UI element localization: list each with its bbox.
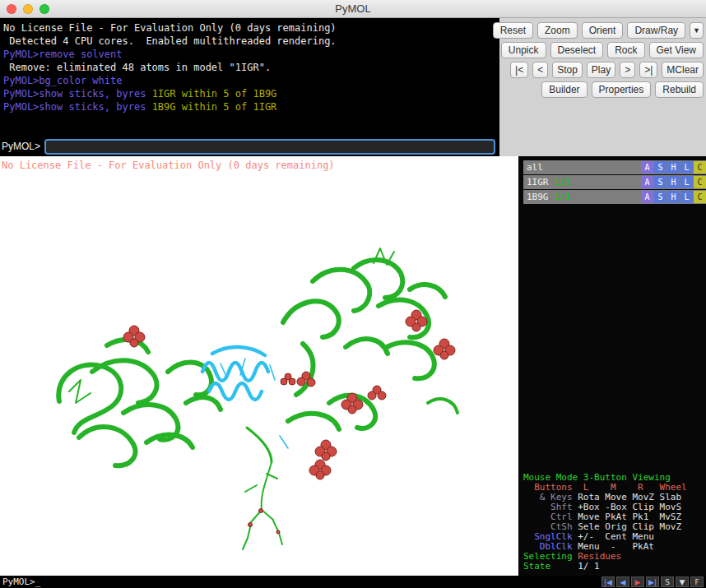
object-s-button[interactable]: S xyxy=(654,161,667,174)
mouse-panel-row: State 1/ 1 xyxy=(523,562,706,572)
scene-button[interactable]: S xyxy=(661,576,674,587)
gui-button-row: ResetZoomOrientDraw/Ray▼ xyxy=(499,22,706,39)
movie-prev-button[interactable]: < xyxy=(532,62,548,78)
object-c-button[interactable]: C xyxy=(694,161,706,174)
titlebar: PyMOL xyxy=(0,0,706,18)
movie-stop-button[interactable]: Stop xyxy=(552,62,583,78)
pymol-window: PyMOL No License File - For Evaluation O… xyxy=(0,0,706,588)
console-text: Remove: eliminated 48 atoms in model "1I… xyxy=(3,62,271,73)
console-line: PyMOL>bg_color white xyxy=(3,74,496,87)
gui-button-row: UnpickDeselectRockGet View xyxy=(499,42,706,58)
gui-button-row: BuilderPropertiesRebuild xyxy=(499,81,706,98)
movie-first-button-bottom[interactable]: |◀ xyxy=(601,576,615,587)
object-l-button[interactable]: L xyxy=(680,161,693,174)
frame-dropdown-button[interactable]: ▼ xyxy=(676,576,689,587)
console-text: PyMOL>show sticks, byres xyxy=(3,101,152,113)
console-text: 1IGR within 5 of 1B9G xyxy=(152,88,277,100)
movie-last-button[interactable]: >| xyxy=(639,62,657,78)
fullscreen-button[interactable]: F xyxy=(690,576,704,587)
object-name: 1IGR xyxy=(527,177,549,188)
console-log: No License File - For Evaluation Only (0… xyxy=(0,18,499,137)
object-h-button[interactable]: H xyxy=(667,161,680,174)
object-list: allASHLC1IGR1/1ASHLC1B9G1/1ASHLC xyxy=(518,156,706,204)
object-h-button[interactable]: H xyxy=(667,176,680,188)
draw-ray-dropdown-button[interactable]: ▼ xyxy=(690,22,704,39)
command-strip: PyMOL> xyxy=(0,137,499,156)
bottom-prompt: PyMOL>_ xyxy=(0,576,40,587)
license-warning-text: No License File - For Evaluation Only (0… xyxy=(0,156,518,171)
object-name: 1B9G xyxy=(527,192,549,202)
movie-first-button[interactable]: |< xyxy=(510,62,528,78)
console-text: PyMOL>show sticks, byres xyxy=(3,88,152,100)
object-name: all xyxy=(527,162,543,173)
movie-prev-button-bottom[interactable]: ◀ xyxy=(616,576,629,587)
object-state-count: 1/1 xyxy=(555,192,571,202)
object-s-button[interactable]: S xyxy=(654,176,667,188)
zoom-window-button[interactable] xyxy=(39,4,49,14)
object-row-1igr[interactable]: 1IGR1/1ASHLC xyxy=(523,175,706,189)
reset-button[interactable]: Reset xyxy=(493,22,533,39)
draw-ray-button[interactable]: Draw/Ray xyxy=(627,22,685,39)
gui-button-row: |<<StopPlay>>|MClear xyxy=(499,62,706,78)
console-text: Detected 4 CPU cores. Enabled multithrea… xyxy=(3,35,337,47)
viewport-3d[interactable]: No License File - For Evaluation Only (0… xyxy=(0,156,518,576)
minimize-button[interactable] xyxy=(23,4,33,14)
rebuild-button[interactable]: Rebuild xyxy=(655,81,704,98)
object-a-button[interactable]: A xyxy=(641,176,653,188)
object-h-button[interactable]: H xyxy=(667,191,680,203)
mclear-button[interactable]: MClear xyxy=(662,62,704,78)
movie-controls: |◀◀▶▶|S▼F xyxy=(601,576,706,587)
traffic-lights xyxy=(7,4,49,14)
console-text: No License File - For Evaluation Only (0… xyxy=(3,22,337,34)
movie-play-button[interactable]: Play xyxy=(587,62,615,78)
deselect-button[interactable]: Deselect xyxy=(550,42,604,58)
movie-last-button-bottom[interactable]: ▶| xyxy=(646,576,659,587)
console-line: Remove: eliminated 48 atoms in model "1I… xyxy=(3,61,496,74)
object-c-button[interactable]: C xyxy=(694,176,706,188)
close-button[interactable] xyxy=(7,4,16,14)
object-s-button[interactable]: S xyxy=(654,191,667,203)
window-title: PyMOL xyxy=(335,2,370,15)
object-c-button[interactable]: C xyxy=(694,191,706,203)
properties-button[interactable]: Properties xyxy=(592,81,652,98)
console-text: PyMOL>remove solvent xyxy=(3,49,123,60)
object-l-button[interactable]: L xyxy=(680,176,693,188)
object-a-button[interactable]: A xyxy=(641,161,653,174)
mouse-panel: Mouse Mode 3-Button Viewing Buttons L M … xyxy=(523,473,706,572)
orient-button[interactable]: Orient xyxy=(582,22,624,39)
get-view-button[interactable]: Get View xyxy=(649,42,704,58)
rock-button[interactable]: Rock xyxy=(607,42,644,58)
unpick-button[interactable]: Unpick xyxy=(501,42,546,58)
console-text: PyMOL>bg_color white xyxy=(3,75,123,86)
object-state-count: 1/1 xyxy=(555,177,571,188)
movie-play-button-bottom[interactable]: ▶ xyxy=(631,576,644,587)
movie-next-button[interactable]: > xyxy=(620,62,635,78)
console-line: Detected 4 CPU cores. Enabled multithrea… xyxy=(3,35,496,48)
object-action-buttons: ASHLC xyxy=(641,161,706,174)
command-input[interactable] xyxy=(44,139,495,155)
object-a-button[interactable]: A xyxy=(641,191,653,203)
object-row-all[interactable]: allASHLC xyxy=(523,160,706,174)
mouse-panel-text: State xyxy=(523,561,550,572)
console-line: No License File - For Evaluation Only (0… xyxy=(3,21,496,35)
molecule-render xyxy=(0,156,518,576)
builder-button[interactable]: Builder xyxy=(541,81,587,98)
internal-gui-panel: allASHLC1IGR1/1ASHLC1B9G1/1ASHLC Mouse M… xyxy=(518,156,706,576)
object-l-button[interactable]: L xyxy=(680,191,693,203)
console-line: PyMOL>show sticks, byres 1IGR within 5 o… xyxy=(3,87,496,100)
object-row-1b9g[interactable]: 1B9G1/1ASHLC xyxy=(523,190,706,204)
object-action-buttons: ASHLC xyxy=(641,191,706,203)
bottom-bar: PyMOL>_ |◀◀▶▶|S▼F xyxy=(0,576,706,588)
zoom-button[interactable]: Zoom xyxy=(537,22,578,39)
central-helix-cyan xyxy=(202,347,288,448)
console-line: PyMOL>show sticks, byres 1B9G within 5 o… xyxy=(3,100,496,113)
mouse-panel-text: 1/ 1 xyxy=(550,561,600,572)
console-line: PyMOL>remove solvent xyxy=(3,48,496,61)
object-action-buttons: ASHLC xyxy=(641,176,706,188)
console-text: 1B9G within 5 of 1IGR xyxy=(152,101,277,113)
gui-button-rows: ResetZoomOrientDraw/Ray▼UnpickDeselectRo… xyxy=(499,18,706,156)
command-prompt-label: PyMOL> xyxy=(0,141,44,152)
